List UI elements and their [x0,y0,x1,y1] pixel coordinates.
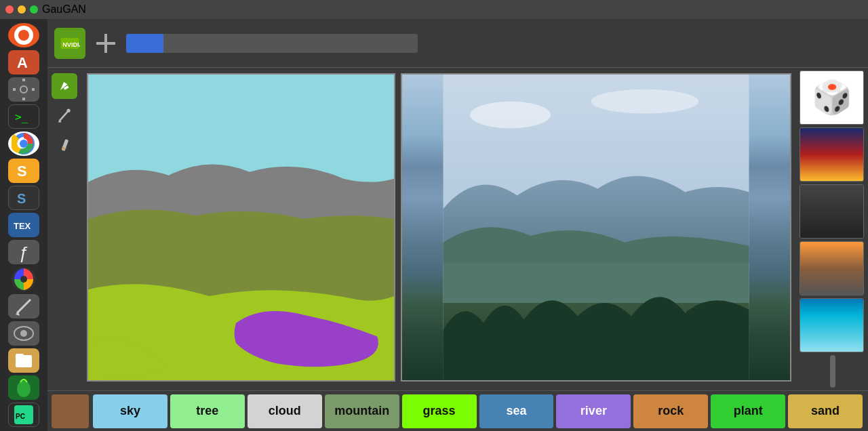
chrome-icon[interactable] [8,131,39,156]
cloud-label-text: cloud [269,404,301,418]
pycharm-icon[interactable]: PC [8,403,39,427]
puppet-icon[interactable] [8,321,39,346]
draw-canvas[interactable] [87,73,395,382]
window-title: GauGAN [42,3,86,16]
toolbar: NVIDIA [47,19,868,68]
svg-point-6 [20,140,28,148]
dark-image [800,185,863,238]
add-button[interactable] [94,31,118,56]
label-palette: sky tree cloud mountain grass sea [47,390,868,431]
brush-tool-button[interactable] [52,73,77,99]
svg-line-13 [17,300,31,313]
grass-label-button[interactable]: grass [402,394,477,428]
mountain-label-button[interactable]: mountain [325,394,399,428]
text-icon[interactable]: A [8,50,39,75]
plant-label-text: plant [734,404,763,418]
sand-label-button[interactable]: sand [788,394,863,428]
stylus-icon[interactable] [8,294,39,319]
sky-label-button[interactable]: sky [93,394,167,428]
pen-tool-button[interactable] [52,103,77,129]
sea-label-text: sea [506,404,526,418]
mountain-label-text: mountain [334,404,389,418]
scribus-icon[interactable]: S [8,186,39,210]
desert-thumbnail[interactable] [800,241,864,295]
svg-text:NVIDIA: NVIDIA [62,41,80,48]
svg-point-19 [17,381,31,397]
dice-thumbnail[interactable]: 🎲 [800,70,864,125]
sunset-image [800,128,863,181]
close-button[interactable] [5,5,14,14]
svg-text:S: S [17,191,26,206]
color-icon[interactable] [8,267,39,291]
sunset-thumbnail[interactable] [800,127,864,182]
maximize-button[interactable] [30,5,38,14]
nvidia-button[interactable]: NVIDIA [54,28,85,59]
svg-point-37 [470,102,551,129]
rock-label-text: rock [658,404,684,418]
sublime-icon[interactable]: S [8,159,39,183]
svg-text:S: S [17,163,27,180]
grass-label-text: grass [423,404,456,418]
tex-icon[interactable]: TEX [8,213,39,237]
content-area: 🎲 [47,68,868,390]
dice-icon: 🎲 [812,79,852,117]
cloud-label-button[interactable]: cloud [248,394,322,428]
font-icon[interactable]: ƒ [8,240,39,264]
right-panel: 🎲 [797,68,868,390]
svg-text:A: A [17,54,28,71]
sand-label-text: sand [811,404,840,418]
scroll-indicator [830,355,835,388]
system-dock: A >_ S S TE [0,19,47,431]
winamp-icon[interactable] [8,375,39,400]
files-icon[interactable] [8,348,39,373]
river-label-text: river [580,404,607,418]
tree-label-button[interactable]: tree [170,394,245,428]
progress-bar[interactable] [126,34,418,53]
svg-rect-18 [16,354,24,357]
ocean-thumbnail[interactable] [800,298,864,352]
svg-point-12 [20,276,27,283]
sea-label-button[interactable]: sea [479,394,554,428]
settings-icon[interactable] [8,77,39,102]
titlebar: GauGAN [0,0,868,19]
plant-label-button[interactable]: plant [711,394,785,428]
generated-image [402,75,790,380]
svg-text:>_: >_ [15,110,28,123]
ubuntu-icon[interactable] [8,23,39,47]
drawing-svg [88,75,394,380]
svg-line-28 [59,110,68,121]
tree-label-text: tree [196,404,218,418]
svg-point-38 [591,89,699,114]
minimize-button[interactable] [18,5,26,14]
ocean-image [800,299,863,352]
svg-point-1 [18,30,29,41]
svg-text:TEX: TEX [14,221,31,231]
svg-rect-31 [61,139,68,151]
app-area: NVIDIA [47,19,868,431]
main-layout: A >_ S S TE [0,19,868,431]
dark-thumbnail[interactable] [800,184,864,239]
gen-image-svg [402,75,790,380]
desert-image [800,242,863,295]
pencil-tool-button[interactable] [52,133,77,159]
river-label-button[interactable]: river [556,394,631,428]
tool-panel [47,68,81,390]
progress-fill [126,34,163,53]
canvases-area [81,68,797,390]
generated-canvas [401,73,791,382]
svg-text:ƒ: ƒ [18,243,28,263]
svg-text:PC: PC [16,413,25,420]
active-color-swatch[interactable] [52,394,89,428]
terminal-icon[interactable]: >_ [8,104,39,129]
sky-label-text: sky [120,404,140,418]
svg-point-16 [20,330,27,337]
svg-point-30 [66,109,70,112]
rock-label-button[interactable]: rock [633,394,708,428]
